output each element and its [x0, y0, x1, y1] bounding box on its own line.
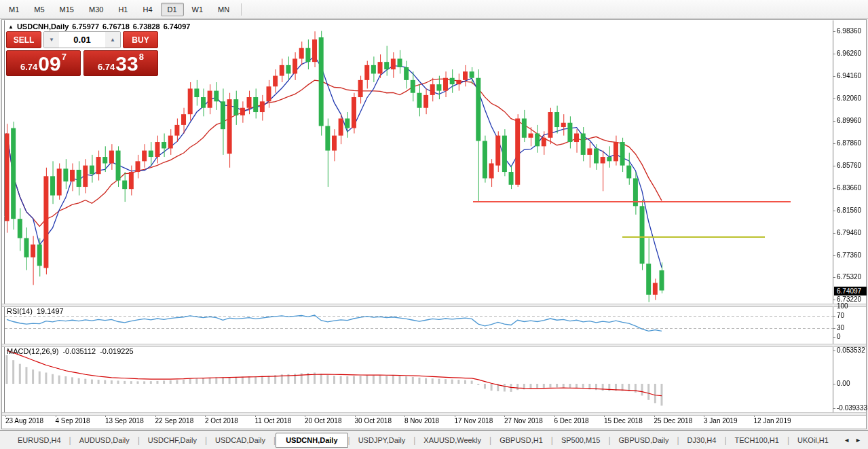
sell-price-box[interactable]: 6.74 09 7: [6, 50, 81, 76]
date-axis-label: 4 Sep 2018: [56, 417, 90, 425]
chart-title: ▲ USDCNH,Daily 6.75977 6.76718 6.73828 6…: [8, 22, 190, 31]
tab-usdcad-daily[interactable]: USDCAD,Daily: [207, 433, 273, 447]
date-axis-label: 27 Nov 2018: [504, 417, 543, 425]
sell-price-prefix: 6.74: [20, 62, 37, 72]
volume-input[interactable]: [59, 32, 105, 48]
price-axis-label: 6.94160: [837, 72, 861, 79]
rsi-indicator-label: RSI(14) 19.1497: [7, 307, 64, 315]
panel-collapse-icon[interactable]: ▲: [8, 24, 14, 30]
buy-price-big: 33: [115, 54, 138, 74]
current-price-tag: 6.74097: [834, 287, 867, 295]
price-axis-label: 6.81560: [837, 206, 861, 214]
tab-audusd-daily[interactable]: AUDUSD,Daily: [71, 433, 138, 447]
tabs-scroll-right-icon[interactable]: ►: [855, 437, 861, 444]
rsi-name: RSI(14): [7, 307, 33, 315]
tab-usdcnh-daily[interactable]: USDCNH,Daily: [276, 433, 347, 448]
one-click-trading-panel: SELL ▼ ▲ BUY 6.74 09 7 6.74 33 8: [6, 31, 158, 76]
buy-price-sup: 8: [139, 52, 144, 62]
tab-tech100-h1[interactable]: TECH100,H1: [727, 433, 787, 447]
main-rsi-splitter[interactable]: [2, 304, 866, 307]
date-axis-label: 2 Oct 2018: [205, 417, 238, 425]
tab-gbpusd-h1[interactable]: GBPUSD,H1: [491, 433, 551, 447]
price-axis-label: 6.92060: [837, 94, 861, 102]
tab-dj30-h4[interactable]: DJ30,H4: [679, 433, 725, 447]
sell-button[interactable]: SELL: [6, 31, 41, 48]
tab-usdchf-daily[interactable]: USDCHF,Daily: [140, 433, 205, 447]
ohlc-low: 6.73828: [133, 22, 160, 31]
macd-dateaxis-splitter[interactable]: [2, 412, 866, 416]
volume-decrease-button[interactable]: ▼: [44, 32, 59, 48]
tab-ukoil-h1[interactable]: UKOil,H1: [789, 433, 837, 447]
tab-xauusd-weekly[interactable]: XAUUSD,Weekly: [415, 433, 489, 447]
rsi-value: 19.1497: [37, 307, 64, 315]
price-axis-label: 6.77360: [837, 251, 861, 259]
date-axis-label: 20 Oct 2018: [305, 417, 341, 425]
price-axis-label: 6.87860: [837, 139, 861, 147]
tab-usdjpy-daily[interactable]: USDJPY,Daily: [350, 433, 414, 447]
macd-name: MACD(12,26,9): [7, 347, 58, 355]
macd-signal-value: -0.019225: [100, 347, 134, 355]
date-axis-label: 23 Aug 2018: [5, 417, 43, 425]
volume-increase-button[interactable]: ▲: [105, 32, 120, 48]
date-axis-label: 11 Oct 2018: [255, 417, 292, 425]
macd-indicator-label: MACD(12,26,9) -0.035112 -0.019225: [7, 347, 134, 355]
chart-symbol-label: USDCNH,Daily: [17, 22, 69, 31]
macd-main-value: -0.035112: [62, 347, 96, 355]
buy-price-box[interactable]: 6.74 33 8: [83, 50, 158, 76]
rsi-axis-label: 70: [837, 312, 844, 319]
ohlc-close: 6.74097: [164, 22, 191, 31]
macd-axis-label: 0.053532: [837, 346, 865, 354]
date-axis-label: 3 Jan 2019: [704, 417, 738, 425]
rsi-axis-label: 30: [837, 324, 844, 331]
date-axis-label: 17 Nov 2018: [455, 417, 493, 425]
date-axis-label: 12 Jan 2019: [754, 417, 791, 425]
date-axis-label: 25 Dec 2018: [654, 417, 693, 425]
chart-tab-bar: EURUSD,H4|AUDUSD,Daily|USDCHF,Daily|USDC…: [0, 430, 868, 449]
tab-sp500-m15[interactable]: SP500,M15: [553, 433, 608, 447]
trading-terminal-window: M1M5M15M30H1H4D1W1MN ▲ USDCNH,Daily 6.75…: [0, 0, 868, 449]
tabs-scroll-left-icon[interactable]: ◄: [844, 437, 850, 444]
price-axis-label: 6.83660: [837, 184, 861, 192]
sell-price-sup: 7: [62, 52, 67, 62]
price-axis-label: 6.89960: [837, 117, 861, 124]
date-axis-label: 13 Sep 2018: [105, 417, 144, 425]
volume-stepper: ▼ ▲: [43, 31, 121, 48]
rsi-axis-label: 0: [837, 333, 841, 340]
ohlc-high: 6.76718: [102, 22, 130, 31]
macd-axis-label: -0.039333: [837, 404, 867, 412]
date-axis-label: 6 Dec 2018: [554, 417, 589, 425]
tab-gbpusd-daily[interactable]: GBPUSD,Daily: [611, 433, 677, 447]
macd-axis-label: 0.00: [837, 380, 850, 387]
date-axis-label: 30 Oct 2018: [355, 417, 392, 425]
buy-button[interactable]: BUY: [123, 31, 158, 48]
price-axis-label: 6.75320: [837, 273, 861, 281]
tab-eurusd-h4[interactable]: EURUSD,H4: [10, 433, 69, 447]
rsi-axis-label: 100: [837, 302, 848, 310]
date-axis-label: 8 Nov 2018: [404, 417, 439, 425]
price-axis-label: 6.85760: [837, 162, 861, 169]
price-axis-label: 6.96260: [837, 50, 861, 57]
price-axis-label: 6.98360: [837, 27, 861, 35]
ohlc-open: 6.75977: [72, 22, 99, 31]
sell-price-big: 09: [38, 54, 60, 74]
buy-price-prefix: 6.74: [98, 62, 115, 72]
date-axis-label: 15 Dec 2018: [604, 417, 643, 425]
price-axis-label: 6.79460: [837, 229, 861, 236]
date-axis-label: 22 Sep 2018: [155, 417, 194, 425]
